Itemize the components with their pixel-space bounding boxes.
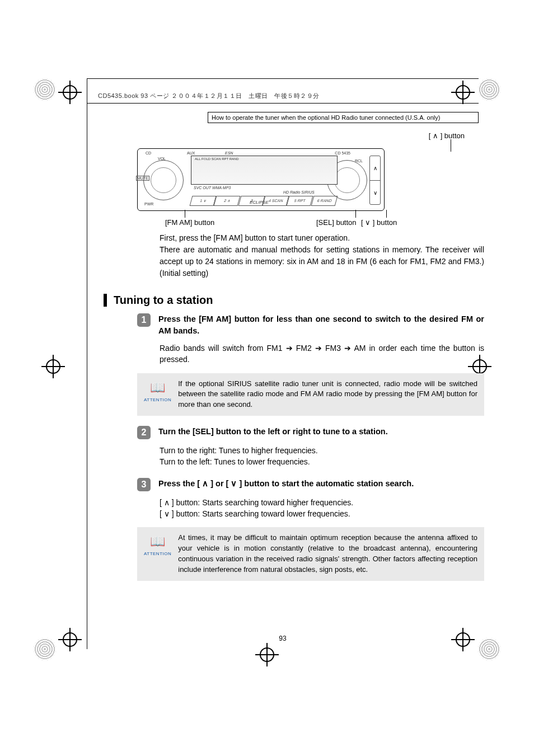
callout-line — [451, 139, 451, 152]
step-1-body: Radio bands will switch from FM1 ➔ FM2 ➔… — [160, 342, 484, 365]
vol-label: VOL — [158, 157, 166, 161]
pwr-label: PWR — [144, 202, 153, 206]
attention-text-1: If the optional SIRIUS satellite radio t… — [178, 379, 477, 411]
attention-box-1: 📖ATTENTION If the optional SIRIUS satell… — [137, 373, 484, 416]
step-2-body: Turn to the right: Tunes to higher frequ… — [160, 445, 484, 468]
step-1-head: Press the [FM AM] button for less than o… — [158, 313, 484, 337]
step-2: 2 Turn the [SEL] button to the left or r… — [137, 426, 484, 468]
section-title: Tuning to a station — [104, 294, 213, 307]
intro-text: First, press the [FM AM] button to start… — [160, 232, 484, 279]
step-badge-1: 1 — [137, 313, 151, 327]
preset-1: 1 ∨ — [190, 196, 217, 206]
step-1: 1 Press the [FM AM] button for less than… — [137, 313, 484, 416]
codec-label: SVC OUT WMA MP3 — [194, 186, 231, 190]
label-up-button: [ ∧ ] button — [429, 132, 465, 140]
attention-icon: 📖ATTENTION — [144, 379, 171, 411]
cd-label: CD — [146, 151, 151, 155]
preset-5: 5 RPT — [287, 196, 313, 206]
preset-2: 2 ∧ — [214, 196, 241, 206]
step-3: 3 Press the [ ∧ ] or [ ∨ ] button to sta… — [137, 478, 484, 581]
mute-label: MUTE — [136, 176, 149, 181]
attention-text-2: At times, it may be difficult to maintai… — [178, 533, 477, 575]
crop-mark — [478, 638, 500, 660]
reg-mark — [62, 631, 78, 648]
down-arrow-icon: ∨ — [370, 181, 380, 205]
section-header: How to operate the tuner when the option… — [208, 112, 479, 123]
preset-6: 6 RAND — [311, 196, 338, 206]
step-badge-2: 2 — [137, 426, 151, 439]
step-3-head: Press the [ ∧ ] or [ ∨ ] button to start… — [158, 478, 484, 491]
reg-mark — [62, 84, 78, 101]
tune-arrows: ∧ ∨ — [369, 156, 381, 205]
crop-mark — [34, 78, 56, 101]
page-frame: CD5435.book 93 ページ ２００４年１２月１１日 土曜日 午後５時２… — [87, 78, 479, 649]
step-2-head: Turn the [SEL] button to the left or rig… — [158, 426, 484, 439]
brand-label: ESN — [225, 151, 233, 155]
up-arrow-icon: ∧ — [370, 156, 380, 181]
device-figure: CD VOL AUX MUTE PWR CD 5435 RCL SOUND ES… — [137, 148, 385, 211]
model-label: CD 5435 — [335, 151, 350, 155]
attention-box-2: 📖ATTENTION At times, it may be difficult… — [137, 527, 484, 580]
doc-meta: CD5435.book 93 ページ ２００４年１２月１１日 土曜日 午後５時２… — [98, 92, 320, 100]
sel-caption: [SEL] button — [316, 218, 357, 227]
reg-mark — [45, 358, 62, 375]
callout-line — [185, 210, 185, 218]
aux-label: AUX — [187, 151, 195, 155]
page-number: 93 — [87, 635, 479, 642]
lcd-panel: ALL FOLD SCAN RPT RAND — [191, 156, 338, 185]
fm-am-caption: [FM AM] button — [165, 218, 214, 227]
callout-line — [386, 210, 387, 218]
hd-sirius-label: HD Radio SIRIUS — [283, 190, 315, 194]
eclipse-logo: ECLIPSE — [250, 200, 269, 205]
step-3-body: [ ∧ ] button: Starts searching toward hi… — [160, 497, 484, 520]
step-badge-3: 3 — [137, 478, 151, 491]
crop-mark — [34, 638, 56, 660]
steps: 1 Press the [FM AM] button for less than… — [137, 313, 484, 591]
crop-mark — [478, 78, 500, 101]
rcl-label: RCL — [355, 159, 363, 163]
down-caption: [ ∨ ] button — [361, 218, 397, 227]
lcd-indicators: ALL FOLD SCAN RPT RAND — [195, 157, 239, 161]
attention-icon: 📖ATTENTION — [144, 533, 171, 575]
callout-line — [355, 210, 356, 218]
